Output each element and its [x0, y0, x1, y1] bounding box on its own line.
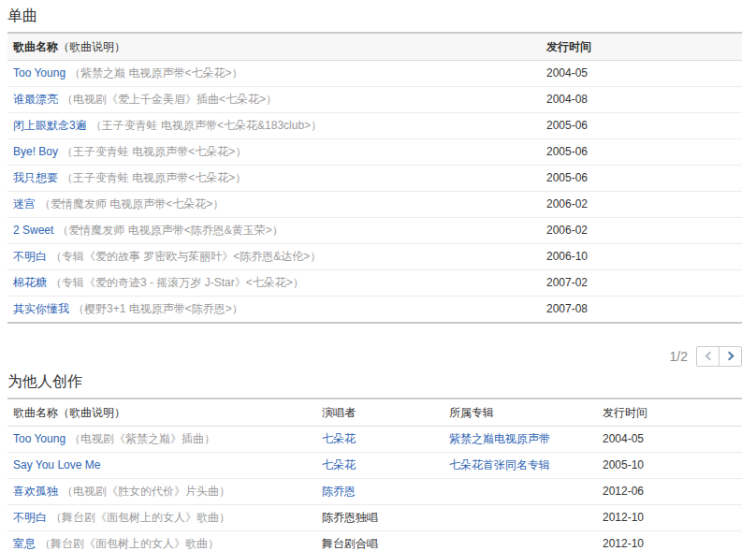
pagination: 1/2 — [7, 345, 742, 367]
song-note: （王子变青蛙 电视原声带<七朵花>） — [62, 145, 246, 158]
table-row: Say You Love Me 七朵花 七朵花首张同名专辑 2005-10 — [7, 453, 742, 479]
table-row: 不明白（舞台剧《面包树上的女人》歌曲） 陈乔恩独唱 2012-10 — [7, 505, 742, 531]
table-row: 喜欢孤独（电视剧《胜女的代价》片头曲） 陈乔恩 2012-06 — [7, 479, 742, 505]
singles-table: 歌曲名称（歌曲说明） 发行时间 Too Young（紫禁之巅 电视原声带<七朵花… — [7, 32, 742, 324]
release-date: 2007-08 — [541, 297, 742, 324]
table-row: 谁最漂亮（电视剧《爱上千金美眉》插曲<七朵花>） 2004-08 — [7, 87, 742, 113]
singer-text: 舞台剧合唱 — [322, 537, 378, 550]
table-row: 棉花糖（专辑《爱的奇迹3 - 摇滚万岁 J-Star》<七朵花>） 2007-0… — [7, 270, 742, 297]
song-link[interactable]: 棉花糖 — [13, 276, 47, 289]
release-date: 2004-05 — [597, 427, 742, 453]
chevron-right-icon — [724, 352, 734, 361]
release-date: 2012-10 — [597, 531, 742, 551]
song-link[interactable]: 不明白 — [13, 511, 47, 524]
singles-header-row: 歌曲名称（歌曲说明） 发行时间 — [7, 33, 742, 61]
chevron-left-icon — [705, 352, 714, 361]
for-others-header-row: 歌曲名称（歌曲说明） 演唱者 所属专辑 发行时间 — [7, 399, 742, 427]
song-link[interactable]: Say You Love Me — [13, 458, 100, 471]
prev-page-button[interactable] — [696, 346, 720, 367]
song-link[interactable]: 室息 — [13, 537, 36, 550]
release-date: 2004-05 — [541, 61, 742, 87]
release-date: 2005-06 — [541, 113, 742, 139]
release-date: 2006-02 — [541, 218, 742, 244]
singer-link[interactable]: 陈乔恩 — [322, 485, 356, 498]
album-cell — [443, 479, 597, 505]
table-row: 其实你懂我（樱野3+1 电视原声带<陈乔恩>） 2007-08 — [7, 297, 742, 324]
column-header-song-note: （歌曲说明） — [58, 40, 125, 53]
song-note: （舞台剧《面包树上的女人》歌曲） — [39, 537, 219, 550]
song-link[interactable]: 闭上眼默念3遍 — [13, 119, 87, 132]
album-link[interactable]: 紫禁之巅电视原声带 — [449, 432, 550, 445]
song-link[interactable]: Too Young — [13, 66, 65, 80]
release-date: 2012-06 — [597, 479, 742, 505]
song-link[interactable]: 其实你懂我 — [13, 302, 69, 315]
song-note: （电视剧《胜女的代价》片头曲） — [62, 485, 230, 498]
song-link[interactable]: 谁最漂亮 — [13, 93, 58, 106]
album-cell — [443, 505, 597, 531]
table-row: Too Young（紫禁之巅 电视原声带<七朵花>） 2004-05 — [7, 61, 742, 87]
table-row: 2 Sweet（爱情魔发师 电视原声带<陈乔恩&黄玉荣>） 2006-02 — [7, 218, 742, 244]
singer-link[interactable]: 七朵花 — [322, 432, 356, 445]
column-header-release-date: 发行时间 — [597, 399, 742, 427]
song-note: （紫禁之巅 电视原声带<七朵花>） — [69, 66, 242, 80]
song-note: （专辑《爱的奇迹3 - 摇滚万岁 J-Star》<七朵花>） — [51, 276, 304, 289]
next-page-button[interactable] — [719, 346, 742, 367]
column-header-song-name: 歌曲名称 — [13, 40, 58, 53]
column-header-album: 所属专辑 — [443, 399, 597, 427]
column-header-song: 歌曲名称（歌曲说明） — [7, 33, 541, 61]
release-date: 2006-02 — [541, 192, 742, 218]
song-note: （专辑《爱的故事 罗密欧与茱丽叶》<陈乔恩&达伦>） — [51, 250, 321, 263]
release-date: 2005-06 — [541, 139, 742, 166]
release-date: 2005-10 — [597, 453, 742, 479]
song-note: （电视剧《爱上千金美眉》插曲<七朵花>） — [62, 93, 277, 106]
song-link[interactable]: 2 Sweet — [13, 224, 53, 237]
release-date: 2012-10 — [597, 505, 742, 531]
singer-text: 陈乔恩独唱 — [322, 511, 378, 524]
for-others-table: 歌曲名称（歌曲说明） 演唱者 所属专辑 发行时间 Too Young（电视剧《紫… — [7, 398, 742, 551]
singer-link[interactable]: 七朵花 — [322, 458, 356, 471]
column-header-release-date: 发行时间 — [541, 33, 742, 61]
song-link[interactable]: 不明白 — [13, 250, 47, 263]
column-header-song: 歌曲名称（歌曲说明） — [7, 399, 316, 427]
song-note: （王子变青蛙 电视原声带<七朵花>） — [62, 171, 246, 184]
song-link[interactable]: Too Young — [13, 432, 65, 445]
song-link[interactable]: 喜欢孤独 — [13, 485, 58, 498]
song-note: （王子变青蛙 电视原声带<七朵花&183club>） — [91, 119, 322, 132]
album-cell — [443, 531, 597, 551]
song-note: （电视剧《紫禁之巅》插曲） — [69, 432, 215, 445]
song-note: （爱情魔发师 电视原声带<陈乔恩&黄玉荣>） — [57, 224, 283, 237]
album-link[interactable]: 七朵花首张同名专辑 — [449, 458, 550, 471]
song-note: （爱情魔发师 电视原声带<七朵花>） — [39, 197, 224, 210]
song-link[interactable]: 我只想要 — [13, 171, 58, 184]
release-date: 2006-10 — [541, 244, 742, 270]
song-link[interactable]: Bye! Boy — [13, 145, 58, 158]
song-link[interactable]: 迷宫 — [13, 197, 36, 210]
table-row: 迷宫（爱情魔发师 电视原声带<七朵花>） 2006-02 — [7, 192, 742, 218]
column-header-singer: 演唱者 — [316, 399, 443, 427]
table-row: 闭上眼默念3遍（王子变青蛙 电视原声带<七朵花&183club>） 2005-0… — [7, 113, 742, 139]
release-date: 2004-08 — [541, 87, 742, 113]
table-row: 不明白（专辑《爱的故事 罗密欧与茱丽叶》<陈乔恩&达伦>） 2006-10 — [7, 244, 742, 270]
discography-page: 单曲 歌曲名称（歌曲说明） 发行时间 Too Young（紫禁之巅 电视原声带<… — [0, 0, 756, 551]
release-date: 2005-06 — [541, 166, 742, 192]
page-indicator: 1/2 — [670, 349, 688, 364]
pager-buttons — [696, 346, 742, 367]
release-date: 2007-02 — [541, 270, 742, 297]
table-row: Bye! Boy（王子变青蛙 电视原声带<七朵花>） 2005-06 — [7, 139, 742, 166]
table-row: 室息（舞台剧《面包树上的女人》歌曲） 舞台剧合唱 2012-10 — [7, 531, 742, 551]
song-note: （舞台剧《面包树上的女人》歌曲） — [51, 511, 230, 524]
table-row: Too Young（电视剧《紫禁之巅》插曲） 七朵花 紫禁之巅电视原声带 200… — [7, 427, 742, 453]
for-others-section-title: 为他人创作 — [7, 373, 742, 389]
song-note: （樱野3+1 电视原声带<陈乔恩>） — [73, 302, 243, 315]
table-row: 我只想要（王子变青蛙 电视原声带<七朵花>） 2005-06 — [7, 166, 742, 192]
singles-section-title: 单曲 — [7, 7, 742, 23]
